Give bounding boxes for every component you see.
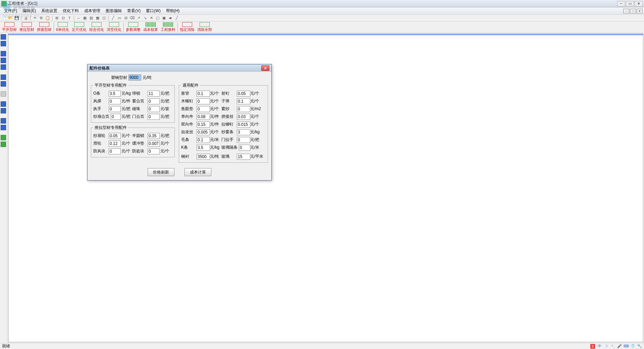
ribbon-pinjie[interactable]: 拼接型材: [36, 21, 53, 33]
glass-input[interactable]: [237, 154, 250, 160]
tray-mic-icon[interactable]: 🎤: [617, 344, 622, 349]
mdi-minimize[interactable]: -: [623, 9, 629, 13]
menu-graphics[interactable]: 图形编辑: [103, 7, 124, 14]
ball-lock-input[interactable]: [148, 91, 160, 97]
side-tool-5[interactable]: [1, 64, 6, 70]
side-tool-14[interactable]: [1, 142, 6, 147]
menu-window[interactable]: 窗口(W): [143, 7, 163, 14]
tool-icon[interactable]: ↗: [136, 15, 141, 21]
tool-icon[interactable]: ▢: [155, 15, 160, 21]
calc-cost-button[interactable]: 成本计算: [184, 168, 211, 176]
save-icon[interactable]: 💾: [14, 15, 19, 21]
ime-icon[interactable]: S: [590, 344, 595, 349]
buffer-input[interactable]: [148, 141, 160, 147]
ribbon-del-all[interactable]: 清除全部: [196, 21, 213, 33]
window-hinge-input[interactable]: [148, 98, 160, 104]
pulley-input[interactable]: [109, 141, 121, 147]
new-icon[interactable]: 📄: [1, 15, 7, 21]
half-lock-input[interactable]: [148, 133, 160, 139]
menu-view[interactable]: 查看(V): [124, 7, 143, 14]
screen-strip-input[interactable]: [237, 129, 250, 135]
cut-icon[interactable]: ✂: [32, 15, 38, 21]
side-tool-1[interactable]: [1, 34, 6, 40]
dim-icon[interactable]: ↔: [76, 15, 81, 21]
tray-moon-icon[interactable]: ☽: [604, 344, 608, 349]
line-icon[interactable]: ╱: [110, 15, 116, 21]
menu-cost[interactable]: 成本管理: [82, 7, 103, 14]
side-tool-4[interactable]: [1, 58, 6, 63]
grid-icon[interactable]: ▩: [95, 15, 100, 21]
dialog-titlebar[interactable]: 配件价格表 ✕: [88, 64, 271, 72]
handle-input[interactable]: [109, 106, 121, 112]
tool-icon[interactable]: ⊟: [123, 15, 128, 21]
tool-icon[interactable]: ⊞: [54, 15, 59, 21]
tool-icon[interactable]: T: [67, 15, 72, 21]
splice-input[interactable]: [237, 114, 250, 120]
tool-icon[interactable]: ◫: [101, 15, 107, 21]
door-pull-input[interactable]: [237, 137, 250, 143]
copy-icon[interactable]: ⧉: [39, 15, 44, 21]
double-input[interactable]: [197, 121, 210, 128]
ribbon-clear-opt[interactable]: 清空优化: [105, 21, 123, 33]
side-tool-9[interactable]: [1, 101, 6, 107]
steel-liner-input[interactable]: [197, 154, 210, 160]
k-strip-input[interactable]: [197, 145, 210, 151]
minimize-button[interactable]: ─: [617, 1, 625, 6]
mdi-restore[interactable]: ▫: [630, 9, 636, 13]
tray-tool-icon[interactable]: 🔧: [637, 344, 642, 349]
print-icon[interactable]: 🖨: [23, 15, 29, 21]
tool-icon[interactable]: ▰: [168, 15, 173, 21]
screen-wheel-input[interactable]: [109, 133, 121, 139]
tool-icon[interactable]: ╱: [174, 15, 179, 21]
side-tool-10[interactable]: [1, 108, 6, 113]
ime-cn-icon[interactable]: 中: [597, 344, 602, 349]
open-icon[interactable]: 📂: [8, 15, 13, 21]
windblock-input[interactable]: [109, 148, 121, 154]
mdi-close[interactable]: ×: [637, 9, 643, 13]
rect-icon[interactable]: ▭: [117, 15, 122, 21]
tool-icon[interactable]: ⌫: [129, 15, 135, 21]
fisheye-input[interactable]: [197, 106, 210, 112]
nail-input[interactable]: [237, 91, 250, 97]
single-input[interactable]: [197, 114, 210, 120]
side-tool-13[interactable]: [1, 135, 6, 140]
dialog-close-button[interactable]: ✕: [261, 65, 269, 71]
ribbon-swap[interactable]: 工程换料: [159, 21, 177, 33]
tray-keyboard-icon[interactable]: ⌨: [624, 344, 629, 349]
theftblock-input[interactable]: [148, 148, 160, 154]
menu-file[interactable]: 文件(F): [1, 7, 20, 14]
ribbon-pingkai[interactable]: 平开型材: [1, 21, 18, 33]
steel-price-input[interactable]: [128, 74, 141, 81]
side-tool-8[interactable]: [1, 91, 6, 97]
side-tool-3[interactable]: [1, 51, 6, 56]
side-tool-6[interactable]: [1, 74, 6, 80]
tool-icon[interactable]: ↘: [142, 15, 148, 21]
bullet-input[interactable]: [237, 98, 250, 104]
tool-icon[interactable]: ▣: [161, 15, 167, 21]
maximize-button[interactable]: ▭: [626, 1, 634, 6]
ribbon-del-sel[interactable]: 指定清除: [178, 21, 196, 33]
side-tool-2[interactable]: [1, 41, 6, 46]
ribbon-params[interactable]: 参数调整: [124, 21, 142, 33]
grid-icon[interactable]: ▦: [82, 15, 88, 21]
glass-sep-input[interactable]: [239, 145, 250, 151]
ribbon-tuila[interactable]: 推拉型材: [18, 21, 36, 33]
side-tool-12[interactable]: [1, 125, 6, 130]
rivet-input[interactable]: [237, 121, 250, 128]
ribbon-cost[interactable]: 成本核算: [142, 21, 159, 33]
screen-input[interactable]: [237, 106, 250, 112]
tool-icon[interactable]: ⊡: [60, 15, 66, 21]
canvas-area[interactable]: 配件价格表 ✕ 塑钢型材 元/吨 平开型材专用配件 O条元/kg 球: [8, 34, 643, 342]
wind-brace-input[interactable]: [109, 98, 121, 104]
menu-help[interactable]: 帮助(H): [163, 7, 182, 14]
catch-input[interactable]: [148, 106, 160, 112]
menu-optimize[interactable]: 优化下料: [60, 7, 82, 14]
side-tool-7[interactable]: [1, 81, 6, 87]
side-tool-11[interactable]: [1, 118, 6, 123]
wood-screw-input[interactable]: [197, 98, 210, 104]
tray-punct-icon[interactable]: °,: [610, 344, 615, 349]
screen-hinge-input[interactable]: [111, 114, 121, 120]
tray-shirt-icon[interactable]: 👕: [631, 344, 635, 349]
ribbon-dingchi[interactable]: 定尺优化: [70, 21, 88, 33]
ribbon-6m[interactable]: 6米优化: [55, 21, 70, 33]
